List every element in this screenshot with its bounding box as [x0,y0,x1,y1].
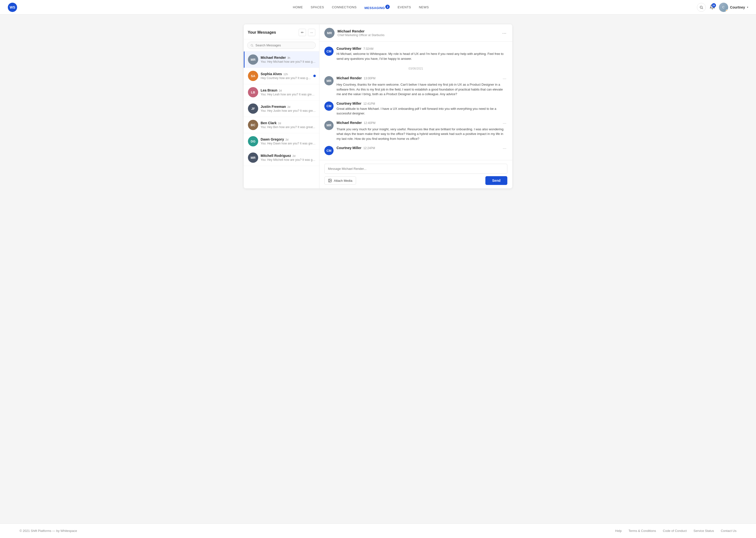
msg-time: 7:32AM [363,47,373,50]
messaging-container: Your Messages ✏ ··· MR Michael Rende [244,25,512,188]
attach-label: Attach Media [334,179,352,183]
search-button[interactable] [697,3,706,12]
conv-avatar: LB [248,87,258,97]
conv-item-justin[interactable]: JF Justin Freeman 2d You: Hey Justin how… [244,100,319,117]
conv-avatar: DG [248,136,258,146]
date-divider: 03/06/2021 [324,66,507,71]
conv-info: Justin Freeman 2d You: Hey Justin how ar… [261,105,316,113]
conv-time: 2d [278,122,281,125]
nav-right: 15 C Courtney ▾ [697,3,748,12]
svg-point-2 [251,44,253,46]
conv-item-dawn[interactable]: DG Dawn Gregory 2d You: Hey Dawn how are… [244,133,319,149]
conv-name: Dawn Gregory [261,137,284,141]
nav-messaging[interactable]: MESSAGING2 [364,5,390,10]
conv-preview: You: Hey Mitchell how are you? It was gr… [261,158,316,162]
search-icon [250,44,253,47]
conv-preview: Hey Courtney how are you? It was great t… [261,77,311,80]
conv-item-michael[interactable]: MR Michael Render 3h You: Hey Michael ho… [244,51,319,68]
nav-home[interactable]: HOME [293,5,303,9]
footer-link-status[interactable]: Service Status [693,529,714,533]
notifications-button[interactable]: 15 [710,4,715,11]
message-row: MR Michael Render 12:40PM ··· Thank you … [324,121,507,141]
header-icons: ✏ ··· [299,29,315,36]
msg-time: 13:00PM [364,77,375,80]
nav-events[interactable]: EVENTS [398,5,411,9]
message-more-button[interactable]: ··· [502,146,507,151]
footer-link-contact[interactable]: Contact Us [721,529,736,533]
msg-body: Courtney Miller 12:41PM Great attitude t… [337,101,507,116]
search-bar [244,39,319,51]
msg-avatar: MR [324,121,334,130]
chat-messages: CM Courtney Miller 7:32AM Hi Michael, we… [319,42,512,160]
search-icon [699,5,703,9]
svg-point-0 [700,6,702,8]
svg-line-1 [702,8,703,9]
msg-sender: Michael Render [337,121,362,125]
search-wrap [247,42,316,49]
navbar: WS HOME SPACES CONNECTIONS MESSAGING2 EV… [0,0,756,15]
conv-time: 12h [283,73,288,76]
conv-item-mitchell[interactable]: MR Mitchell Rodriguez 2d You: Hey Mitche… [244,149,319,166]
footer-link-help[interactable]: Help [615,529,622,533]
unread-indicator [313,75,316,77]
conv-preview: You: Hey Michael how are you? It was gre… [261,60,316,63]
msg-sender: Courtney Miller [337,146,361,150]
footer-link-terms[interactable]: Terms & Conditions [628,529,656,533]
search-input[interactable] [255,43,313,47]
nav-links: HOME SPACES CONNECTIONS MESSAGING2 EVENT… [25,5,697,10]
conv-info: Lea Braun 2d You: Hey Leah how are you? … [261,88,316,96]
chat-input-actions: Attach Media Send [324,176,507,185]
attach-icon [328,179,332,183]
chat-header-info: Michael Render Chief Marketing Officer a… [338,29,498,37]
message-more-button[interactable]: ··· [502,76,507,81]
send-button[interactable]: Send [485,176,507,185]
msg-body: Michael Render 12:40PM ··· Thank you ver… [337,121,507,141]
message-row: MR Michael Render 13:00PM ··· Hey Courtn… [324,76,507,97]
conv-name: Sophia Alves [261,72,282,76]
conv-info: Ben Clark 2d You: Hey Ben how are you? I… [261,121,316,129]
footer-link-conduct[interactable]: Code of Conduct [663,529,687,533]
nav-news[interactable]: NEWS [419,5,429,9]
chat-panel: MR Michael Render Chief Marketing Office… [319,25,512,188]
conv-info: Dawn Gregory 2d You: Hey Dawn how are yo… [261,137,316,145]
conv-avatar: SA [248,71,258,81]
online-indicator [726,10,728,12]
more-options-button[interactable]: ··· [308,29,315,36]
user-name: Courtney [730,5,745,9]
conv-name: Ben Clark [261,121,277,125]
notif-badge: 15 [712,3,716,8]
conv-avatar: MR [248,152,258,163]
footer-links: Help Terms & Conditions Code of Conduct … [615,529,736,533]
conv-info: Sophia Alves 12h Hey Courtney how are yo… [261,72,311,80]
message-input[interactable] [324,164,507,174]
chevron-down-icon: ▾ [747,6,748,9]
conv-item-lea[interactable]: LB Lea Braun 2d You: Hey Leah how are yo… [244,84,319,100]
compose-button[interactable]: ✏ [299,29,306,36]
chat-input-area: Attach Media Send [319,160,512,188]
conv-info: Mitchell Rodriguez 2d You: Hey Mitchell … [261,154,316,162]
logo: WS [8,3,17,12]
conv-item-ben[interactable]: BC Ben Clark 2d You: Hey Ben how are you… [244,117,319,133]
conversation-list: MR Michael Render 3h You: Hey Michael ho… [244,51,319,188]
nav-spaces[interactable]: SPACES [311,5,324,9]
messages-header: Your Messages ✏ ··· [244,25,319,39]
conv-info: Michael Render 3h You: Hey Michael how a… [261,56,316,63]
conv-name: Mitchell Rodriguez [261,154,291,158]
nav-connections[interactable]: CONNECTIONS [332,5,357,9]
footer-copyright: © 2021 Shift Platforms — by Whitespace [20,529,77,533]
conv-item-sophia[interactable]: SA Sophia Alves 12h Hey Courtney how are… [244,68,319,84]
conv-avatar: BC [248,120,258,130]
chat-more-button[interactable]: ··· [501,29,507,37]
message-row: CM Courtney Miller 12:24PM ··· [324,146,507,155]
msg-text: Great attitude to have Michael. I have a… [337,106,507,116]
svg-line-3 [252,46,253,47]
msg-sender: Courtney Miller [337,101,361,105]
msg-sender: Courtney Miller [337,47,361,50]
conv-time: 2d [286,138,289,141]
msg-body: Courtney Miller 12:24PM ··· [337,146,507,152]
message-more-button[interactable]: ··· [502,121,507,126]
chat-recipient-title: Chief Marketing Officer at Starbucks [338,33,498,37]
attach-media-button[interactable]: Attach Media [324,176,356,185]
conv-name: Lea Braun [261,88,277,92]
user-menu[interactable]: C Courtney ▾ [719,3,748,12]
